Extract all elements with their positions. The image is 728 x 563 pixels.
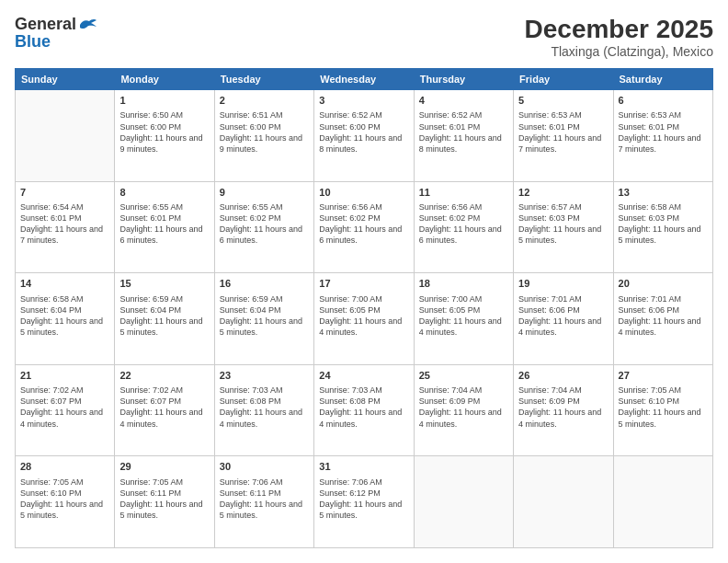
day-number: 13 — [619, 186, 708, 200]
day-info: Sunrise: 7:03 AMSunset: 6:08 PMDaylight:… — [220, 385, 309, 430]
calendar-cell: 20Sunrise: 7:01 AMSunset: 6:06 PMDayligh… — [613, 273, 712, 365]
day-info: Sunrise: 6:53 AMSunset: 6:01 PMDaylight:… — [518, 109, 608, 155]
calendar-cell: 25Sunrise: 7:04 AMSunset: 6:09 PMDayligh… — [414, 364, 513, 456]
day-number: 22 — [119, 369, 209, 383]
calendar-cell: 27Sunrise: 7:05 AMSunset: 6:10 PMDayligh… — [613, 364, 712, 456]
day-number: 27 — [619, 369, 708, 383]
weekday-header-thursday: Thursday — [414, 69, 513, 90]
calendar-cell: 7Sunrise: 6:54 AMSunset: 6:01 PMDaylight… — [16, 181, 115, 273]
calendar-week-row: 7Sunrise: 6:54 AMSunset: 6:01 PMDaylight… — [16, 181, 713, 273]
calendar-week-row: 21Sunrise: 7:02 AMSunset: 6:07 PMDayligh… — [16, 364, 713, 456]
day-number: 12 — [518, 186, 608, 200]
calendar-cell — [16, 90, 115, 182]
weekday-header-wednesday: Wednesday — [314, 69, 414, 90]
day-info: Sunrise: 6:55 AMSunset: 6:02 PMDaylight:… — [220, 201, 309, 247]
day-number: 29 — [119, 460, 209, 474]
calendar-week-row: 14Sunrise: 6:58 AMSunset: 6:04 PMDayligh… — [16, 273, 713, 365]
day-number: 6 — [619, 94, 708, 108]
day-number: 30 — [220, 460, 309, 474]
calendar-cell: 17Sunrise: 7:00 AMSunset: 6:05 PMDayligh… — [314, 273, 414, 365]
title-section: December 2025 Tlaxinga (Clatzinga), Mexi… — [525, 15, 713, 59]
day-number: 2 — [220, 94, 309, 108]
day-info: Sunrise: 7:04 AMSunset: 6:09 PMDaylight:… — [518, 385, 608, 430]
calendar-week-row: 28Sunrise: 7:05 AMSunset: 6:10 PMDayligh… — [16, 456, 713, 548]
day-info: Sunrise: 7:05 AMSunset: 6:10 PMDaylight:… — [20, 477, 109, 522]
day-number: 24 — [319, 369, 408, 383]
day-info: Sunrise: 6:50 AMSunset: 6:00 PMDaylight:… — [119, 109, 209, 155]
calendar-cell: 31Sunrise: 7:06 AMSunset: 6:12 PMDayligh… — [314, 456, 414, 548]
day-info: Sunrise: 6:58 AMSunset: 6:03 PMDaylight:… — [619, 201, 708, 247]
calendar-cell: 15Sunrise: 6:59 AMSunset: 6:04 PMDayligh… — [115, 273, 214, 365]
calendar-cell: 4Sunrise: 6:52 AMSunset: 6:01 PMDaylight… — [414, 90, 513, 182]
day-info: Sunrise: 7:05 AMSunset: 6:11 PMDaylight:… — [119, 477, 209, 522]
day-number: 31 — [319, 460, 408, 474]
calendar-cell: 16Sunrise: 6:59 AMSunset: 6:04 PMDayligh… — [214, 273, 313, 365]
day-info: Sunrise: 7:03 AMSunset: 6:08 PMDaylight:… — [319, 385, 408, 430]
calendar-cell — [414, 456, 513, 548]
calendar-cell: 13Sunrise: 6:58 AMSunset: 6:03 PMDayligh… — [613, 181, 712, 273]
day-info: Sunrise: 6:56 AMSunset: 6:02 PMDaylight:… — [419, 201, 508, 247]
day-info: Sunrise: 6:58 AMSunset: 6:04 PMDaylight:… — [20, 293, 109, 339]
day-info: Sunrise: 7:01 AMSunset: 6:06 PMDaylight:… — [619, 293, 708, 339]
calendar-cell: 23Sunrise: 7:03 AMSunset: 6:08 PMDayligh… — [214, 364, 313, 456]
calendar-cell: 11Sunrise: 6:56 AMSunset: 6:02 PMDayligh… — [414, 181, 513, 273]
calendar-cell: 5Sunrise: 6:53 AMSunset: 6:01 PMDaylight… — [514, 90, 613, 182]
day-number: 28 — [20, 460, 109, 474]
logo-blue: Blue — [15, 32, 51, 52]
calendar-week-row: 1Sunrise: 6:50 AMSunset: 6:00 PMDaylight… — [16, 90, 713, 182]
calendar-cell: 6Sunrise: 6:53 AMSunset: 6:01 PMDaylight… — [613, 90, 712, 182]
day-number: 21 — [20, 369, 109, 383]
calendar-table: SundayMondayTuesdayWednesdayThursdayFrid… — [15, 68, 713, 548]
weekday-header-row: SundayMondayTuesdayWednesdayThursdayFrid… — [16, 69, 713, 90]
day-info: Sunrise: 7:01 AMSunset: 6:06 PMDaylight:… — [518, 293, 608, 339]
calendar-header: SundayMondayTuesdayWednesdayThursdayFrid… — [16, 69, 713, 90]
day-number: 3 — [319, 94, 408, 108]
day-number: 18 — [419, 277, 508, 291]
calendar-cell: 14Sunrise: 6:58 AMSunset: 6:04 PMDayligh… — [16, 273, 115, 365]
day-number: 14 — [20, 277, 109, 291]
calendar-body: 1Sunrise: 6:50 AMSunset: 6:00 PMDaylight… — [16, 90, 713, 548]
day-number: 23 — [220, 369, 309, 383]
day-info: Sunrise: 6:51 AMSunset: 6:00 PMDaylight:… — [220, 109, 309, 155]
day-info: Sunrise: 7:06 AMSunset: 6:12 PMDaylight:… — [319, 477, 408, 522]
calendar-cell: 10Sunrise: 6:56 AMSunset: 6:02 PMDayligh… — [314, 181, 414, 273]
day-number: 15 — [119, 277, 209, 291]
calendar-cell — [514, 456, 613, 548]
day-number: 20 — [619, 277, 708, 291]
weekday-header-tuesday: Tuesday — [214, 69, 313, 90]
calendar-cell: 3Sunrise: 6:52 AMSunset: 6:00 PMDaylight… — [314, 90, 414, 182]
day-number: 19 — [518, 277, 608, 291]
day-info: Sunrise: 6:53 AMSunset: 6:01 PMDaylight:… — [619, 109, 708, 155]
calendar-cell: 1Sunrise: 6:50 AMSunset: 6:00 PMDaylight… — [115, 90, 214, 182]
day-info: Sunrise: 7:00 AMSunset: 6:05 PMDaylight:… — [419, 293, 508, 339]
day-info: Sunrise: 6:59 AMSunset: 6:04 PMDaylight:… — [220, 293, 309, 339]
logo-bird-icon — [78, 17, 98, 32]
day-info: Sunrise: 7:04 AMSunset: 6:09 PMDaylight:… — [419, 385, 508, 430]
day-info: Sunrise: 7:00 AMSunset: 6:05 PMDaylight:… — [319, 293, 408, 339]
day-info: Sunrise: 7:05 AMSunset: 6:10 PMDaylight:… — [619, 385, 708, 430]
weekday-header-saturday: Saturday — [613, 69, 712, 90]
location-title: Tlaxinga (Clatzinga), Mexico — [525, 44, 713, 59]
calendar-cell: 30Sunrise: 7:06 AMSunset: 6:11 PMDayligh… — [214, 456, 313, 548]
day-number: 25 — [419, 369, 508, 383]
day-info: Sunrise: 6:55 AMSunset: 6:01 PMDaylight:… — [119, 201, 209, 247]
day-number: 9 — [220, 186, 309, 200]
month-title: December 2025 — [525, 15, 713, 44]
calendar-cell: 12Sunrise: 6:57 AMSunset: 6:03 PMDayligh… — [514, 181, 613, 273]
logo-general: General — [15, 15, 76, 34]
calendar-cell: 21Sunrise: 7:02 AMSunset: 6:07 PMDayligh… — [16, 364, 115, 456]
calendar-cell: 18Sunrise: 7:00 AMSunset: 6:05 PMDayligh… — [414, 273, 513, 365]
day-info: Sunrise: 6:57 AMSunset: 6:03 PMDaylight:… — [518, 201, 608, 247]
weekday-header-friday: Friday — [514, 69, 613, 90]
calendar-cell: 29Sunrise: 7:05 AMSunset: 6:11 PMDayligh… — [115, 456, 214, 548]
calendar-cell — [613, 456, 712, 548]
header: General Blue December 2025 Tlaxinga (Cla… — [15, 15, 713, 59]
calendar-cell: 8Sunrise: 6:55 AMSunset: 6:01 PMDaylight… — [115, 181, 214, 273]
day-info: Sunrise: 6:54 AMSunset: 6:01 PMDaylight:… — [20, 201, 109, 247]
day-info: Sunrise: 6:59 AMSunset: 6:04 PMDaylight:… — [119, 293, 209, 339]
calendar-cell: 9Sunrise: 6:55 AMSunset: 6:02 PMDaylight… — [214, 181, 313, 273]
day-info: Sunrise: 7:02 AMSunset: 6:07 PMDaylight:… — [20, 385, 109, 430]
day-number: 10 — [319, 186, 408, 200]
day-info: Sunrise: 6:52 AMSunset: 6:01 PMDaylight:… — [419, 109, 508, 155]
day-info: Sunrise: 7:06 AMSunset: 6:11 PMDaylight:… — [220, 477, 309, 522]
